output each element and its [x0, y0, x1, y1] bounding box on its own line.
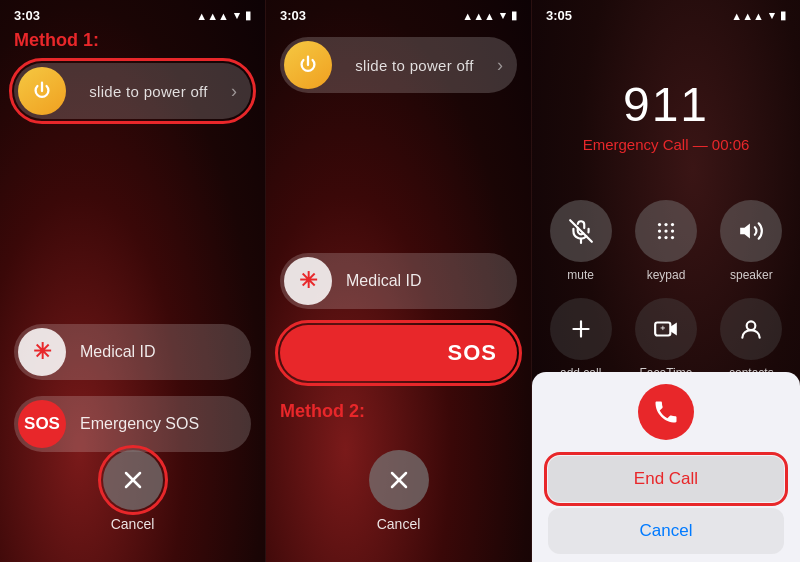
keypad-label: keypad: [647, 268, 686, 282]
speaker-label: speaker: [730, 268, 773, 282]
power-off-slider-1[interactable]: slide to power off ›: [14, 63, 251, 119]
battery-icon: ▮: [245, 9, 251, 22]
speaker-button[interactable]: speaker: [717, 200, 786, 282]
svg-point-19: [747, 321, 756, 330]
status-time-2: 3:03: [280, 8, 306, 23]
slider-arrow-1: ›: [231, 81, 237, 102]
sos-btn-1[interactable]: SOS Emergency SOS: [14, 396, 251, 452]
sos-slider-2[interactable]: SOS: [280, 325, 517, 381]
svg-point-7: [671, 223, 674, 226]
call-status: Emergency Call — 00:06: [583, 136, 750, 153]
medical-id-btn-1[interactable]: ✳ Medical ID: [14, 324, 251, 380]
medical-label-2: Medical ID: [346, 272, 422, 290]
svg-point-5: [658, 223, 661, 226]
battery-icon-3: ▮: [780, 9, 786, 22]
status-icons-1: ▲▲▲ ▾ ▮: [196, 9, 251, 22]
wifi-icon: ▾: [234, 9, 240, 22]
mute-label: mute: [567, 268, 594, 282]
asterisk-icon-2: ✳: [299, 268, 317, 294]
svg-point-6: [664, 223, 667, 226]
power-thumb-2: [284, 41, 332, 89]
facetime-button[interactable]: FaceTime: [631, 298, 700, 380]
facetime-icon-circle: [635, 298, 697, 360]
sos-label-1: Emergency SOS: [80, 415, 199, 433]
cancel-button-1[interactable]: [103, 450, 163, 510]
phone-panel-2: 3:03 ▲▲▲ ▾ ▮ slide to power off › ✳ Medi…: [266, 0, 532, 562]
power-off-slider-2[interactable]: slide to power off ›: [280, 37, 517, 93]
status-time-3: 3:05: [546, 8, 572, 23]
speaker-icon-circle: [720, 200, 782, 262]
power-off-text-1: slide to power off: [66, 83, 231, 100]
cancel-label-1: Cancel: [111, 516, 155, 532]
end-call-red-dot[interactable]: [638, 384, 694, 440]
call-cancel-button[interactable]: Cancel: [548, 508, 784, 554]
signal-icon: ▲▲▲: [196, 10, 229, 22]
keypad-button[interactable]: keypad: [631, 200, 700, 282]
mute-icon-circle: [550, 200, 612, 262]
power-thumb-1: [18, 67, 66, 115]
status-icons-2: ▲▲▲ ▾ ▮: [462, 9, 517, 22]
cancel-button-2[interactable]: [369, 450, 429, 510]
wifi-icon-2: ▾: [500, 9, 506, 22]
cancel-area-2: Cancel: [369, 450, 429, 532]
sos-slider-label-2: SOS: [448, 340, 497, 366]
mid-buttons-2: ✳ Medical ID SOS Method 2:: [280, 253, 517, 422]
sos-text-icon-1: SOS: [24, 414, 60, 434]
svg-point-9: [664, 229, 667, 232]
svg-point-11: [658, 236, 661, 239]
call-button-grid: mute keypad speaker: [546, 200, 786, 380]
mid-buttons-1: ✳ Medical ID SOS Emergency SOS: [14, 324, 251, 452]
status-bar-2: 3:03 ▲▲▲ ▾ ▮: [266, 0, 531, 27]
medical-label-1: Medical ID: [80, 343, 156, 361]
status-bar-1: 3:03 ▲▲▲ ▾ ▮: [0, 0, 265, 27]
end-call-section: End Call Cancel: [532, 372, 800, 562]
add-call-button[interactable]: add call: [546, 298, 615, 380]
method-1-label: Method 1:: [14, 30, 99, 51]
call-info: 911 Emergency Call — 00:06: [532, 27, 800, 153]
asterisk-icon-1: ✳: [33, 339, 51, 365]
power-off-text-2: slide to power off: [332, 57, 497, 74]
method-2-label: Method 2:: [280, 401, 517, 422]
cancel-label-2: Cancel: [377, 516, 421, 532]
mute-button[interactable]: mute: [546, 200, 615, 282]
medical-id-btn-2[interactable]: ✳ Medical ID: [280, 253, 517, 309]
medical-icon-1: ✳: [18, 328, 66, 376]
battery-icon-2: ▮: [511, 9, 517, 22]
phone-panel-3: 3:05 ▲▲▲ ▾ ▮ 911 Emergency Call — 00:06 …: [532, 0, 800, 562]
medical-icon-2: ✳: [284, 257, 332, 305]
status-time-1: 3:03: [14, 8, 40, 23]
contacts-button[interactable]: contacts: [717, 298, 786, 380]
svg-point-8: [658, 229, 661, 232]
signal-icon-3: ▲▲▲: [731, 10, 764, 22]
end-call-label: End Call: [634, 469, 698, 489]
status-icons-3: ▲▲▲ ▾ ▮: [731, 9, 786, 22]
contacts-icon-circle: [720, 298, 782, 360]
sos-icon-1: SOS: [18, 400, 66, 448]
keypad-icon-circle: [635, 200, 697, 262]
call-number: 911: [623, 77, 709, 132]
signal-icon-2: ▲▲▲: [462, 10, 495, 22]
status-bar-3: 3:05 ▲▲▲ ▾ ▮: [532, 0, 800, 27]
call-cancel-label: Cancel: [640, 521, 693, 541]
add-call-icon-circle: [550, 298, 612, 360]
end-call-button[interactable]: End Call: [548, 456, 784, 502]
cancel-area-1: Cancel: [103, 450, 163, 532]
svg-point-13: [671, 236, 674, 239]
svg-point-12: [664, 236, 667, 239]
slider-arrow-2: ›: [497, 55, 503, 76]
svg-point-10: [671, 229, 674, 232]
wifi-icon-3: ▾: [769, 9, 775, 22]
phone-panel-1: 3:03 ▲▲▲ ▾ ▮ Method 1: slide to power of…: [0, 0, 266, 562]
red-dot-row: [548, 384, 784, 446]
